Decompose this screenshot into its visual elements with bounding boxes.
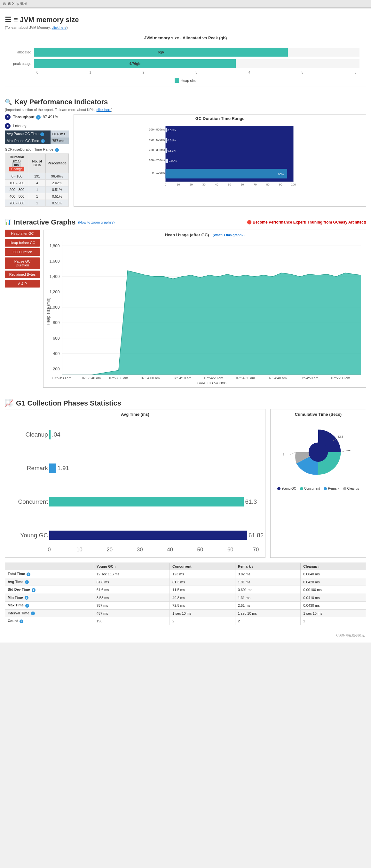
g1-remark-val: 0.601 ms <box>235 586 301 594</box>
pie-legend-item: Cleanup <box>343 487 359 490</box>
throughput-label: Throughput <box>13 115 34 119</box>
svg-text:12.1: 12.1 <box>337 435 343 438</box>
graph-button[interactable]: Reclaimed Bytes <box>5 271 40 278</box>
what-link[interactable]: (What is this graph?) <box>213 234 244 237</box>
g1-young-gc-val: 61.8 ms <box>94 578 169 586</box>
g1-col-young: Young GC ↕ <box>94 563 169 570</box>
heap-usage-svg: 1,800 1,600 1,400 1,200 1,000 800 600 40… <box>46 239 363 384</box>
duration-range: 400 - 500 <box>5 193 29 199</box>
graph-button[interactable]: GC Duration <box>5 248 40 256</box>
info-icon-g1: i <box>27 572 30 576</box>
g1-cum-title: Cumulative Time (Secs) <box>273 412 363 417</box>
peak-bar: 4.76gb <box>34 59 236 68</box>
svg-text:600: 600 <box>53 336 60 340</box>
svg-text:07:54:10 am: 07:54:10 am <box>173 376 192 380</box>
gc-duration-chart: GC Duration Time Range 700 - 800ms 400 -… <box>73 114 366 207</box>
g1-stats-row: Total Time i 12 sec 116 ms 123 ms 3.82 m… <box>5 570 366 578</box>
hamburger-icon: ☰ <box>5 16 11 24</box>
zoom-link[interactable]: (How to zoom graphs?) <box>78 220 115 224</box>
graph-button[interactable]: Heap after GC <box>5 229 40 237</box>
graph-button[interactable]: Pause GC Duration <box>5 257 40 269</box>
legend-label: Heap size <box>181 79 196 83</box>
g1-row-label: Avg Time i <box>5 578 94 586</box>
axis-0: 0 <box>36 71 38 74</box>
top-bar: 迅 迅 Xnip 截图 <box>0 0 371 8</box>
g1-title-text: G1 Collection Phases Statistics <box>16 399 121 407</box>
duration-pct: 0.51% <box>45 186 68 193</box>
g1-col-remark: Remark ↕ <box>235 563 301 570</box>
latency-label: ② Latency: <box>5 123 69 129</box>
jvm-subtitle-text: (To learn about JVM Memory, <box>5 26 51 29</box>
divider-1 <box>5 93 366 93</box>
heap-chart-title: Heap Usage (after GC) (What is this grap… <box>46 232 363 237</box>
g1-concurrent-val: 123 ms <box>170 570 236 578</box>
change-button[interactable]: Change <box>9 167 24 172</box>
gc-pause-label-text: GCPauseDuration Time Range <box>5 148 54 151</box>
g1-concurrent-val: 1 sec 10 ms <box>170 609 236 617</box>
g1-concurrent-val: 72.8 ms <box>170 601 236 610</box>
throughput-row: ① Throughput i: 87.491% <box>5 114 69 120</box>
duration-row: 200 - 30010.51% <box>5 186 69 193</box>
kpi-link[interactable]: click here <box>97 108 111 112</box>
svg-text:12: 12 <box>347 448 350 451</box>
svg-text:70: 70 <box>253 547 259 553</box>
g1-cleanup-val: 0.0840 ms <box>301 570 366 578</box>
svg-text:20: 20 <box>106 547 113 553</box>
g1-col-concurrent: Concurrent <box>170 563 236 570</box>
axis-1: 1 <box>90 71 91 74</box>
info-icon-avg: i <box>40 132 44 136</box>
duration-count: 191 <box>29 173 45 179</box>
graph-buttons: Heap after GCHeap before GCGC DurationPa… <box>5 229 40 388</box>
g1-stats-row: Std Dev Time i 61.6 ms 11.5 ms 0.601 ms … <box>5 586 366 594</box>
svg-text:1,400: 1,400 <box>50 274 60 279</box>
duration-pct: 2.02% <box>45 179 68 186</box>
svg-rect-65 <box>49 430 51 439</box>
graph-button[interactable]: A & P <box>5 280 40 287</box>
expert-link[interactable]: 🔴 Become Performance Expert! Training fr… <box>247 220 366 224</box>
g1-remark-val: 1.91 ms <box>235 578 301 586</box>
pie-dot <box>300 487 303 490</box>
svg-text:40: 40 <box>215 183 218 186</box>
badge-1: ① <box>5 114 10 120</box>
kpi-subtitle: (Important section of the report. To lea… <box>5 108 366 112</box>
svg-text:30: 30 <box>137 547 143 553</box>
peak-value: 4.76gb <box>129 62 141 66</box>
jvm-section-title: ☰ ≡ JVM memory size <box>5 16 366 24</box>
g1-cleanup-val: 0.00100 ms <box>301 586 366 594</box>
svg-text:400 - 500ms: 400 - 500ms <box>149 138 165 142</box>
svg-text:80: 80 <box>266 183 269 186</box>
kpi-section: 🔍 Key Performance Indicators (Important … <box>5 98 366 207</box>
kpi-subtitle-text: (Important section of the report. To lea… <box>5 108 96 112</box>
g1-avg-title: Avg Time (ms) <box>8 412 262 417</box>
duration-pct: 0.51% <box>45 199 68 206</box>
g1-concurrent-val: 49.8 ms <box>170 594 236 601</box>
duration-range: 700 - 800 <box>5 199 29 206</box>
latency-text: Latency: <box>13 124 27 128</box>
info-icon-g1: i <box>32 588 35 592</box>
g1-concurrent-val: 2 <box>170 617 236 625</box>
g1-young-gc-val: 3.53 ms <box>94 594 169 601</box>
duration-count: 1 <box>29 199 45 206</box>
g1-young-gc-val: 757 ms <box>94 601 169 610</box>
svg-text:07:53:40 am: 07:53:40 am <box>82 376 101 380</box>
allocated-bar: 6gb <box>34 48 288 57</box>
legend-box <box>175 79 179 83</box>
no-gcs-col-header: No. of GCs <box>29 154 45 173</box>
g1-pie-svg: 12.1 12 2 <box>273 420 363 484</box>
g1-row-label: Max Time i <box>5 601 94 610</box>
badge-2: ② <box>5 123 10 129</box>
duration-range: 0 - 100 <box>5 173 29 179</box>
interactive-title-text: Interactive Graphs <box>14 218 75 226</box>
g1-stats-row: Count i 196 2 2 2 <box>5 617 366 625</box>
graph-button[interactable]: Heap before GC <box>5 239 40 247</box>
jvm-link[interactable]: click here <box>52 26 66 29</box>
svg-text:0.51%: 0.51% <box>167 139 176 142</box>
g1-young-gc-val: 12 sec 116 ms <box>94 570 169 578</box>
duration-row: 100 - 20042.02% <box>5 179 69 186</box>
svg-text:20: 20 <box>189 183 192 186</box>
g1-remark-val: 1.31 ms <box>235 594 301 601</box>
axis-6: 6 <box>354 71 356 74</box>
svg-text:50: 50 <box>197 547 204 553</box>
allocated-row: allocated 6gb <box>11 48 360 57</box>
g1-row-label: Interval Time i <box>5 609 94 617</box>
